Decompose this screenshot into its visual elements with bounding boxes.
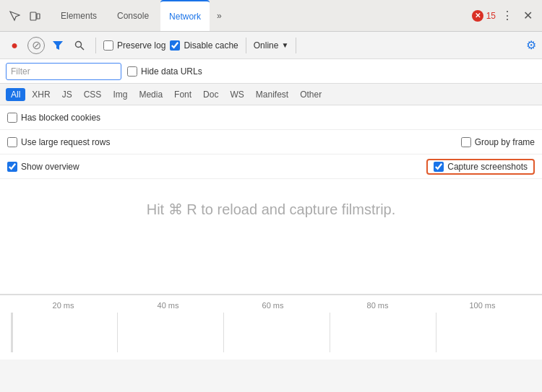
network-throttle-select[interactable]: Online ▼ — [254, 40, 289, 51]
type-filter-media[interactable]: Media — [134, 88, 168, 101]
toolbar-divider-3 — [296, 38, 296, 53]
type-filter-xhr[interactable]: XHR — [27, 88, 55, 101]
type-filter-css[interactable]: CSS — [79, 88, 107, 101]
tab-elements[interactable]: Elements — [52, 0, 106, 31]
hide-data-urls-checkbox-label[interactable]: Hide data URLs — [127, 66, 202, 77]
type-filter-bar: All XHR JS CSS Img Media Font Doc WS Man… — [0, 84, 542, 105]
type-filter-img[interactable]: Img — [108, 88, 132, 101]
capture-screenshots-label[interactable]: Capture screenshots — [434, 162, 528, 172]
record-button[interactable]: ● — [6, 37, 23, 54]
capture-screenshots-highlight: Capture screenshots — [426, 159, 535, 175]
hide-data-urls-checkbox[interactable] — [127, 66, 137, 77]
timeline: 20 ms 40 ms 60 ms 80 ms 100 ms — [0, 295, 542, 360]
capture-screenshots-checkbox[interactable] — [434, 162, 444, 172]
tab-network[interactable]: Network — [160, 0, 210, 31]
timeline-vline-2 — [223, 313, 224, 352]
timeline-marker-4: 80 ms — [325, 301, 430, 310]
timeline-markers: 20 ms 40 ms 60 ms 80 ms 100 ms — [0, 301, 542, 310]
timeline-marker-3: 60 ms — [220, 301, 325, 310]
timeline-left-border — [11, 313, 13, 352]
devtools-icons — [6, 7, 43, 25]
timeline-marker-1: 20 ms — [11, 301, 116, 310]
error-badge: ✕ 15 — [472, 10, 496, 22]
group-by-frame-label[interactable]: Group by frame — [461, 137, 535, 147]
timeline-vline-1 — [117, 313, 118, 352]
settings-button[interactable]: ⚙ — [526, 38, 536, 52]
has-blocked-cookies-checkbox[interactable] — [7, 113, 17, 123]
svg-point-3 — [76, 41, 82, 47]
options-row-3: Show overview Capture screenshots — [0, 154, 542, 179]
show-overview-checkbox[interactable] — [7, 162, 17, 172]
timeline-marker-5: 100 ms — [430, 301, 535, 310]
svg-line-4 — [81, 46, 85, 50]
kebab-menu-button[interactable]: ⋮ — [499, 7, 516, 25]
filter-icon[interactable] — [49, 37, 66, 54]
toolbar-divider-2 — [246, 38, 246, 53]
filter-input[interactable] — [6, 63, 121, 80]
options-row-2: Use large request rows Group by frame — [0, 130, 542, 154]
type-filter-font[interactable]: Font — [169, 88, 197, 101]
svg-rect-0 — [30, 12, 36, 20]
type-filter-manifest[interactable]: Manifest — [251, 88, 293, 101]
tab-more[interactable]: » — [212, 8, 226, 24]
close-devtools-button[interactable]: ✕ — [519, 7, 536, 25]
use-large-rows-label[interactable]: Use large request rows — [7, 137, 110, 147]
toolbar-divider-1 — [95, 38, 96, 53]
use-large-rows-checkbox[interactable] — [7, 137, 17, 147]
main-content: Hit ⌘ R to reload and capture filmstrip. — [0, 179, 542, 295]
tab-console[interactable]: Console — [108, 0, 158, 31]
disable-cache-checkbox-label[interactable]: Disable cache — [170, 40, 238, 51]
options-row-1: Has blocked cookies — [0, 105, 542, 130]
type-filter-ws[interactable]: WS — [225, 88, 249, 101]
device-icon[interactable] — [26, 7, 43, 25]
svg-marker-2 — [53, 41, 63, 50]
reload-hint: Hit ⌘ R to reload and capture filmstrip. — [147, 201, 396, 218]
inspect-icon[interactable] — [6, 7, 23, 25]
timeline-vline-4 — [436, 313, 436, 352]
preserve-log-checkbox[interactable] — [103, 40, 113, 51]
has-blocked-cookies-label[interactable]: Has blocked cookies — [7, 113, 100, 123]
filter-bar: Hide data URLs — [0, 59, 542, 84]
show-overview-label[interactable]: Show overview — [7, 162, 79, 172]
search-button[interactable] — [71, 37, 88, 54]
disable-cache-checkbox[interactable] — [170, 40, 180, 51]
type-filter-doc[interactable]: Doc — [198, 88, 223, 101]
error-circle: ✕ — [472, 10, 483, 22]
preserve-log-checkbox-label[interactable]: Preserve log — [103, 40, 165, 51]
svg-rect-1 — [37, 14, 40, 19]
timeline-vline-3 — [330, 313, 330, 352]
type-filter-all[interactable]: All — [6, 88, 25, 101]
network-toolbar: ● ⊘ Preserve log Disable cache Online ▼ … — [0, 32, 542, 59]
tab-bar: Elements Console Network » ✕ 15 ⋮ ✕ — [0, 0, 542, 32]
timeline-marker-2: 40 ms — [116, 301, 220, 310]
type-filter-js[interactable]: JS — [57, 88, 77, 101]
group-by-frame-checkbox[interactable] — [461, 137, 471, 147]
type-filter-other[interactable]: Other — [295, 88, 327, 101]
clear-button[interactable]: ⊘ — [27, 37, 45, 54]
